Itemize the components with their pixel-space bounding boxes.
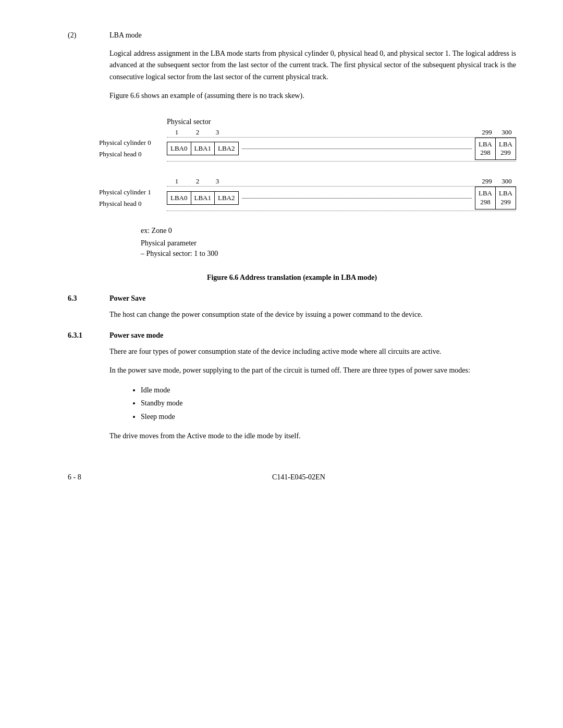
phys-param-label: Physical parameter xyxy=(141,239,516,248)
section63-para: The host can change the power consumptio… xyxy=(109,309,516,320)
lba-box-1: LBA1 xyxy=(191,142,215,155)
section2-number: (2) xyxy=(68,31,89,40)
d2-lba-box-0: LBA0 xyxy=(167,192,191,204)
bullet-idle: Idle mode xyxy=(141,384,516,397)
figure-container: Physical sector 1 2 3 299 300 Physical c… xyxy=(99,118,516,258)
head0b-label: Physical head 0 xyxy=(99,199,167,208)
diagram1-end-boxes: LBA 298 LBA 299 xyxy=(475,138,516,161)
figure-caption: Figure 6.6 Address translation (example … xyxy=(68,274,516,282)
page-footer: 6 - 8 C141-E045-02EN xyxy=(68,473,516,482)
num2: 2 xyxy=(188,128,207,137)
lba-box-0: LBA0 xyxy=(167,142,191,155)
diagram2-track-row: Physical cylinder 1 Physical head 0 LBA0… xyxy=(99,187,516,209)
d2-lba-box-2: LBA2 xyxy=(215,192,238,204)
phys-sector-range: – Physical sector: 1 to 300 xyxy=(141,250,516,258)
page-content: (2) LBA mode Logical address assignment … xyxy=(68,31,516,482)
footer-left: 6 - 8 xyxy=(68,473,81,482)
diagram1-track-content: LBA0 LBA1 LBA2 LBA 298 LBA 299 xyxy=(167,138,516,161)
diagram2-track-content: LBA0 LBA1 LBA2 LBA 298 LBA 299 xyxy=(167,187,516,209)
end-box-line1-1: LBA xyxy=(499,140,512,149)
diagram1-numbers: 1 2 3 299 300 xyxy=(167,128,516,137)
d2-num1: 1 xyxy=(167,177,187,186)
diagram1-lba-boxes: LBA0 LBA1 LBA2 xyxy=(167,142,239,155)
num3: 3 xyxy=(207,128,227,137)
d2-end-box-line2-1: 299 xyxy=(499,198,512,207)
footer-center: C141-E045-02EN xyxy=(272,473,325,482)
section631-para1: There are four types of power consumptio… xyxy=(109,346,516,357)
diagram1-track-row: Physical cylinder 0 Physical head 0 LBA0… xyxy=(99,138,516,161)
num299: 299 xyxy=(478,128,496,137)
bullet-list: Idle mode Standby mode Sleep mode xyxy=(130,384,516,423)
bullet-sleep: Sleep mode xyxy=(141,410,516,423)
dotted-line2 xyxy=(242,198,472,199)
d2-end-box-line2-0: 298 xyxy=(479,198,492,207)
diagram1-labels: Physical cylinder 0 Physical head 0 xyxy=(99,138,167,159)
end-box-line1-0: LBA xyxy=(479,140,492,149)
diagram2-labels: Physical cylinder 1 Physical head 0 xyxy=(99,188,167,208)
d2-num300: 300 xyxy=(497,177,516,186)
num1: 1 xyxy=(167,128,187,137)
lba-end-299: LBA 299 xyxy=(496,138,516,160)
section63-title: Power Save xyxy=(109,294,145,303)
ex-zone: ex: Zone 0 xyxy=(141,227,516,235)
d2-end-box-line1-0: LBA xyxy=(479,189,492,198)
d2-num299: 299 xyxy=(478,177,496,186)
cyl0-label: Physical cylinder 0 xyxy=(99,138,167,147)
d2-num2: 2 xyxy=(188,177,207,186)
section631-number: 6.3.1 xyxy=(68,331,99,340)
diagram2: 1 2 3 299 300 Physical cylinder 1 Physic… xyxy=(99,177,516,211)
end-box-line2-0: 298 xyxy=(479,149,492,157)
d2-end-box-line1-1: LBA xyxy=(499,189,512,198)
section631-para2: In the power save mode, power supplying … xyxy=(109,365,516,376)
section2-header: (2) LBA mode xyxy=(68,31,516,40)
head0-label: Physical head 0 xyxy=(99,150,167,159)
diagram2-numbers: 1 2 3 299 300 xyxy=(167,177,516,186)
diagram2-end-boxes: LBA 298 LBA 299 xyxy=(475,187,516,209)
section63-header: 6.3 Power Save xyxy=(68,294,516,303)
d2-lba-end-298: LBA 298 xyxy=(475,187,496,209)
para1: Logical address assignment in the LBA mo… xyxy=(109,48,516,83)
end-box-line2-1: 299 xyxy=(499,149,512,157)
lba-box-2: LBA2 xyxy=(215,142,238,155)
d2-lba-box-1: LBA1 xyxy=(191,192,215,204)
physical-sector-label: Physical sector xyxy=(167,118,516,126)
section631-title: Power save mode xyxy=(109,331,163,340)
dotted-line1 xyxy=(242,149,472,149)
d2-num3: 3 xyxy=(207,177,227,186)
d2-lba-end-299: LBA 299 xyxy=(496,187,516,209)
section63-number: 6.3 xyxy=(68,294,99,303)
section2-title: LBA mode xyxy=(109,31,142,40)
section631-header: 6.3.1 Power save mode xyxy=(68,331,516,340)
lba-end-298: LBA 298 xyxy=(475,138,496,160)
para2: Figure 6.6 shows an example of (assuming… xyxy=(109,90,516,102)
diagram1: 1 2 3 299 300 Physical cylinder 0 Physic… xyxy=(99,128,516,162)
bullet-standby: Standby mode xyxy=(141,397,516,410)
cyl1-label: Physical cylinder 1 xyxy=(99,188,167,197)
section631-para3: The drive moves from the Active mode to … xyxy=(109,430,516,442)
num300: 300 xyxy=(497,128,516,137)
diagram2-lba-boxes: LBA0 LBA1 LBA2 xyxy=(167,191,239,205)
